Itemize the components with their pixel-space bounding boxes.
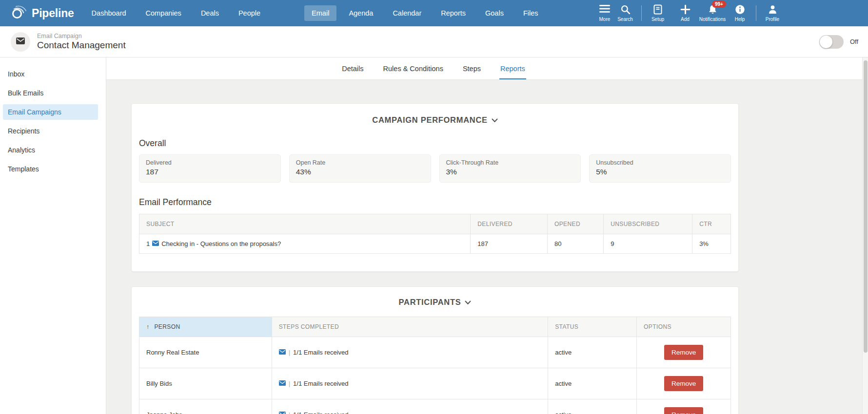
sidebar-item[interactable]: Bulk Emails <box>3 85 98 101</box>
email-performance-heading: Email Performance <box>139 197 731 207</box>
search-icon <box>620 4 631 15</box>
tab[interactable]: Details <box>341 65 364 79</box>
email-table-row: 1 Checking in - Questions on the proposa… <box>139 234 731 254</box>
nav-item[interactable]: Goals <box>478 5 511 21</box>
campaign-avatar <box>11 32 30 52</box>
nav-utilities: Search Setup Add Notifications 99+ <box>612 4 786 22</box>
participants-table: ↑PERSON STEPS COMPLETED STATUS OPTIONS R… <box>139 317 731 414</box>
nav-item[interactable]: Calendar <box>385 5 429 21</box>
nav-more-button[interactable]: More <box>599 5 611 22</box>
stat-card: Click-Through Rate 3% <box>439 154 581 183</box>
participants-col-person[interactable]: ↑PERSON <box>139 317 272 337</box>
sidebar-item-label: Recipients <box>8 127 39 135</box>
nav-item-label: People <box>238 9 260 17</box>
nav-item-label: Files <box>523 9 538 17</box>
envelope-icon <box>279 349 286 356</box>
sidebar-item[interactable]: Recipients <box>3 123 98 139</box>
nav-search-button[interactable]: Search <box>612 4 639 22</box>
brand-name: Pipeline <box>32 7 74 20</box>
nav-profile-button[interactable]: Profile <box>759 4 786 22</box>
app-body: InboxBulk EmailsEmail CampaignsRecipient… <box>0 57 868 414</box>
envelope-icon <box>279 411 286 414</box>
remove-button[interactable]: Remove <box>664 376 703 391</box>
nav-item[interactable]: Files <box>516 5 546 21</box>
nav-item[interactable]: People <box>231 5 268 21</box>
main-content: DetailsRules & ConditionsStepsReports CA… <box>106 57 868 414</box>
sidebar: InboxBulk EmailsEmail CampaignsRecipient… <box>0 57 106 414</box>
email-col-unsubscribed: UNSUBSCRIBED <box>604 214 692 234</box>
nav-search-label: Search <box>617 17 633 22</box>
participants-col-status[interactable]: STATUS <box>548 317 637 337</box>
participants-title[interactable]: PARTICIPANTS <box>139 298 731 307</box>
participants-card: PARTICIPANTS ↑PERSON STEPS COMPLETED STA… <box>131 286 739 414</box>
profile-icon <box>768 4 778 15</box>
email-col-delivered: DELIVERED <box>471 214 548 234</box>
overall-heading: Overall <box>139 138 731 149</box>
steps-separator: | <box>289 380 290 387</box>
envelope-icon <box>152 240 159 247</box>
tab[interactable]: Steps <box>462 65 482 79</box>
tab-label: Reports <box>500 65 525 73</box>
overall-stats: Delivered 187 Open Rate 43% Click-Throug… <box>139 154 731 183</box>
remove-button[interactable]: Remove <box>664 345 703 360</box>
participants-col-options: OPTIONS <box>637 317 731 337</box>
nav-help-button[interactable]: Help <box>726 4 753 22</box>
participant-status: active <box>548 399 637 414</box>
nav-notifications-button[interactable]: Notifications 99+ <box>699 4 726 22</box>
tab[interactable]: Rules & Conditions <box>382 65 444 79</box>
stat-card: Unsubscribed 5% <box>589 154 731 183</box>
campaign-active-toggle[interactable] <box>819 35 844 49</box>
email-col-opened: OPENED <box>547 214 603 234</box>
nav-item-label: Calendar <box>393 9 421 17</box>
nav-setup-label: Setup <box>651 17 664 22</box>
brand[interactable]: Pipeline <box>0 5 82 21</box>
nav-item[interactable]: Reports <box>434 5 473 21</box>
sidebar-item[interactable]: Inbox <box>3 66 98 82</box>
participant-row: Ronny Real Estate | 1/1 Emails received … <box>139 337 731 368</box>
nav-item[interactable]: Dashboard <box>84 5 134 21</box>
nav-item[interactable]: Deals <box>194 5 226 21</box>
sidebar-item-label: Templates <box>8 165 39 173</box>
help-icon <box>735 4 745 15</box>
participants-header-row: ↑PERSON STEPS COMPLETED STATUS OPTIONS <box>139 317 731 337</box>
tab[interactable]: Reports <box>499 65 526 79</box>
sidebar-item[interactable]: Email Campaigns <box>3 104 98 120</box>
nav-item-label: Deals <box>201 9 219 17</box>
remove-button[interactable]: Remove <box>664 407 703 414</box>
participants-title-text: PARTICIPANTS <box>399 298 461 307</box>
nav-item[interactable]: Email <box>304 5 336 21</box>
nav-item-label: Goals <box>485 9 504 17</box>
page-title: Contact Management <box>37 40 126 51</box>
stat-value: 5% <box>596 168 724 176</box>
envelope-icon <box>16 38 25 46</box>
nav-more-label: More <box>599 17 611 22</box>
participant-steps: 1/1 Emails received <box>293 380 348 387</box>
pipeline-logo-icon <box>11 5 27 21</box>
top-navigation: Pipeline DashboardCompaniesDealsPeopleEm… <box>0 0 868 26</box>
envelope-icon <box>279 380 286 387</box>
participant-name: Joanne Jobs <box>139 399 272 414</box>
campaign-performance-title[interactable]: CAMPAIGN PERFORMANCE <box>139 115 731 125</box>
page-header: Email Campaign Contact Management Off <box>0 26 868 57</box>
nav-item[interactable]: Companies <box>138 5 189 21</box>
sidebar-item[interactable]: Analytics <box>3 142 98 158</box>
nav-add-button[interactable]: Add <box>671 4 699 22</box>
participant-steps: 1/1 Emails received <box>293 349 348 356</box>
nav-divider <box>756 5 756 21</box>
tab-label: Steps <box>463 65 481 73</box>
nav-notifications-label: Notifications <box>699 17 726 22</box>
sidebar-item-label: Email Campaigns <box>8 108 61 116</box>
add-icon <box>680 4 690 15</box>
nav-item-label: Agenda <box>349 9 373 17</box>
participants-col-steps[interactable]: STEPS COMPLETED <box>272 317 548 337</box>
nav-setup-button[interactable]: Setup <box>644 4 671 22</box>
scrollbar-thumb[interactable] <box>864 60 868 353</box>
email-delivered: 187 <box>471 234 548 254</box>
participant-status: active <box>548 337 637 368</box>
email-col-subject: SUBJECT <box>139 214 471 234</box>
stat-card: Delivered 187 <box>139 154 281 183</box>
sidebar-item[interactable]: Templates <box>3 161 98 177</box>
nav-item[interactable]: Agenda <box>341 5 380 21</box>
email-unsubscribed: 9 <box>604 234 692 254</box>
vertical-scrollbar <box>862 57 868 414</box>
